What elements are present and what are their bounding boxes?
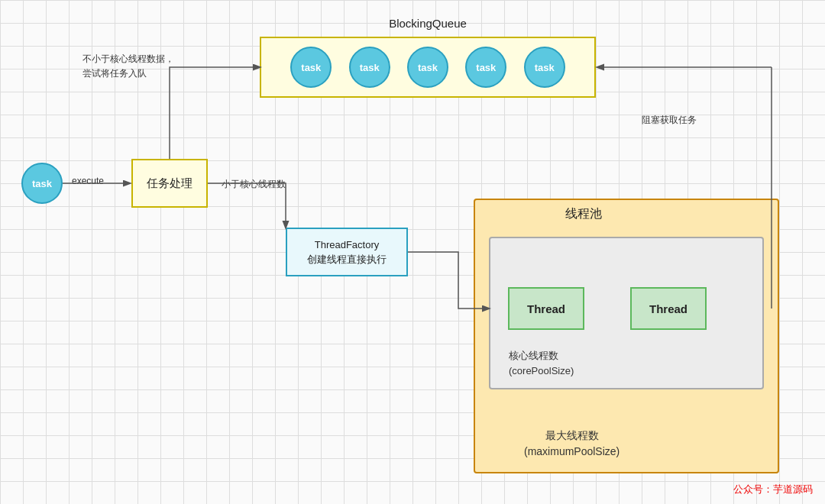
task-circle-3: task [407, 47, 448, 88]
no-less-label: 不小于核心线程数据， 尝试将任务入队 [82, 52, 174, 81]
core-pool-size-label: 核心线程数 (corePoolSize) [509, 348, 574, 378]
task-circle-2: task [349, 47, 390, 88]
diagram-container: BlockingQueue task task task task task t… [0, 0, 825, 504]
task-circle-5: task [524, 47, 565, 88]
thread-factory-line2: 创建线程直接执行 [307, 252, 387, 267]
task-process-box: 任务处理 [131, 159, 208, 208]
thread-box-2: Thread [630, 287, 707, 330]
thread-factory-box: ThreadFactory 创建线程直接执行 [286, 228, 408, 276]
watermark: 公众号：芋道源码 [733, 483, 813, 496]
task-circle-1: task [290, 47, 332, 88]
task-node: task [21, 163, 63, 204]
task-circle-4: task [465, 47, 506, 88]
block-label: 阻塞获取任务 [642, 113, 697, 127]
core-label-line1: 核心线程数 [509, 348, 574, 363]
less-core-label: 小于核心线程数 [222, 177, 286, 191]
max-label-line1: 最大线程数 [524, 428, 620, 444]
max-pool-size-label: 最大线程数 (maximumPoolSize) [524, 428, 620, 460]
no-less-line1: 不小于核心线程数据， [82, 52, 174, 66]
execute-label: execute [72, 174, 104, 188]
thread-box-1: Thread [508, 287, 584, 330]
blocking-queue-box: task task task task task [260, 37, 596, 98]
thread-factory-line1: ThreadFactory [315, 237, 380, 253]
blocking-queue-label: BlockingQueue [260, 17, 596, 30]
no-less-line2: 尝试将任务入队 [82, 66, 174, 81]
max-label-line2: (maximumPoolSize) [524, 444, 620, 460]
thread-pool-label: 线程池 [565, 206, 602, 222]
core-label-line2: (corePoolSize) [509, 363, 574, 379]
